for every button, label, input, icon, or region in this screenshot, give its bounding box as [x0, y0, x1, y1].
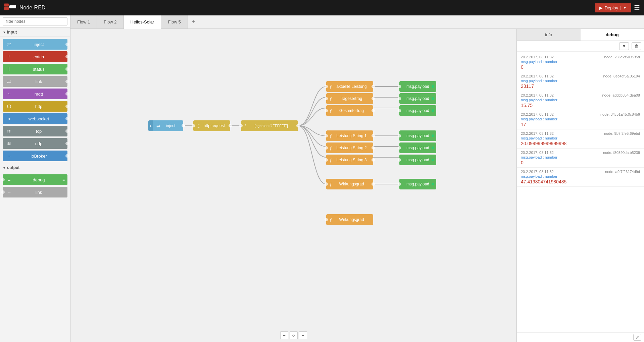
palette-node-catch[interactable]: ! catch: [3, 51, 67, 62]
http-request-node[interactable]: ⬡ http request: [193, 120, 230, 131]
link-icon: ⇄: [6, 78, 12, 84]
palette-node-link-out[interactable]: → link: [3, 187, 67, 197]
palette-node-iobroker[interactable]: → ioBroker: [3, 151, 67, 161]
debug-msg-header-5: 20.2.2017, 08:11:32 node: f80390da.b5239: [521, 151, 640, 155]
dbls3-status: [432, 159, 434, 161]
debug-ls2-node[interactable]: msg.payload ≡: [399, 142, 436, 153]
debug-ge-node[interactable]: msg.payload ≡: [399, 105, 436, 116]
gesamtertrag-node[interactable]: ƒ Gesamtertrag: [326, 105, 373, 116]
rp-expand-button[interactable]: ⤢: [633, 334, 641, 341]
wg2-label: Wirkungsgrad: [333, 217, 370, 222]
palette-node-tcp[interactable]: ≋ tcp: [3, 126, 67, 136]
ls2-label: Leistung String 2: [333, 146, 370, 150]
tab-flow1[interactable]: Flow 1: [70, 15, 97, 28]
tagesertrag-node[interactable]: ƒ Tagesertrag: [326, 93, 373, 104]
function-node[interactable]: ƒ [bgcolor='#FFFFFF']: [241, 120, 298, 131]
inject-icon: ⇄: [6, 41, 12, 47]
rp-tab-debug[interactable]: debug: [581, 29, 644, 41]
fn-icon: ƒ: [244, 124, 246, 128]
ls1-node[interactable]: ƒ Leistung String 1: [326, 130, 373, 141]
dbls3-port-left: [398, 158, 401, 162]
debug-al-node[interactable]: msg.payload ≡: [399, 81, 436, 92]
wirkungsgrad2-node[interactable]: ƒ Wirkungsgrad: [326, 214, 373, 225]
middle-area: ▶ ⇄ inject ⬡ http request: [70, 29, 644, 342]
ge-icon: ƒ: [330, 108, 332, 113]
topbar: Node-RED ▶ Deploy ▼ ☰: [0, 0, 644, 15]
http-port-right: [229, 124, 232, 127]
debug-ls3-node[interactable]: msg.payload ≡: [399, 155, 436, 165]
rp-tab-info[interactable]: info: [517, 29, 581, 41]
debug-te-node[interactable]: msg.payload ≡: [399, 93, 436, 104]
fn-port-left: [239, 124, 243, 127]
tab-add-button[interactable]: +: [188, 15, 200, 28]
tcp-port-right: [65, 129, 69, 133]
palette-node-udp[interactable]: ≋ udp: [3, 138, 67, 149]
deploy-icon: ▶: [599, 5, 603, 10]
debug-list-icon: ≡: [62, 177, 65, 182]
filter-wrap: [0, 15, 70, 28]
websocket-icon: ≈: [6, 116, 12, 122]
canvas-inject-node[interactable]: ⇄ inject: [153, 120, 183, 131]
deploy-button[interactable]: ▶ Deploy ▼: [595, 3, 631, 12]
palette-node-link[interactable]: ⇄ link: [3, 76, 67, 87]
ls3-node[interactable]: ƒ Leistung String 3: [326, 155, 373, 165]
topbar-left: Node-RED: [4, 3, 45, 12]
inject-trigger-btn[interactable]: ▶: [148, 120, 153, 131]
wg1-label: Wirkungsgrad: [333, 182, 370, 186]
palette-node-status[interactable]: ! status: [3, 64, 67, 74]
dbls2-status: [432, 147, 434, 149]
debug-msg-type-4: msg.payload : number: [521, 136, 640, 140]
dbal-status: [432, 85, 434, 88]
inject-flow-icon: ⇄: [156, 123, 160, 128]
menu-button[interactable]: ☰: [634, 4, 640, 12]
inject-btn-icon: ▶: [150, 124, 152, 127]
debug-msg-header-4: 20.2.2017, 08:11:32 node: 9b7f2fe5.69ebd: [521, 131, 640, 135]
palette-node-websocket[interactable]: ≈ websocket: [3, 113, 67, 124]
zoom-out-button[interactable]: −: [280, 331, 288, 339]
inject-flow-port-right: [182, 124, 185, 127]
aktuelle-leistung-node[interactable]: ƒ aktuelle Leistung: [326, 81, 373, 92]
dbwg-status: [432, 183, 434, 185]
output-nodes: ≡ debug ≡ → link: [0, 172, 70, 199]
debug-message-5: 20.2.2017, 08:11:32 node: f80390da.b5239…: [517, 149, 644, 168]
ls3-icon: ƒ: [330, 158, 332, 163]
flow-canvas[interactable]: ▶ ⇄ inject ⬡ http request: [70, 29, 516, 342]
ge-port-right: [371, 109, 375, 112]
palette-node-debug[interactable]: ≡ debug ≡: [3, 174, 67, 185]
wirkungsgrad1-node[interactable]: ƒ Wirkungsgrad: [326, 179, 373, 189]
link-port-right: [65, 80, 69, 83]
debug-filter-button[interactable]: ▼: [619, 42, 629, 50]
palette-node-mqtt[interactable]: ~ mqtt: [3, 89, 67, 99]
tab-flow5[interactable]: Flow 5: [161, 15, 188, 28]
tab-flow2[interactable]: Flow 2: [97, 15, 123, 28]
debug-msg-timestamp-3: 20.2.2017, 08:11:32: [521, 112, 554, 116]
debug-msg-node-5: node: f80390da.b5239: [603, 151, 640, 155]
right-panel: info debug ▼ 🗑 20.2.2017, 08:11:32 node:…: [516, 29, 644, 342]
debug-clear-button[interactable]: 🗑: [632, 42, 641, 50]
palette-node-inject[interactable]: ⇄ inject: [3, 39, 67, 50]
debug-message-1: 20.2.2017, 08:11:32 node: 8ec4df5a.05194…: [517, 72, 644, 91]
al-icon: ƒ: [330, 84, 332, 89]
filter-input[interactable]: [3, 17, 67, 25]
ls2-node[interactable]: ƒ Leistung String 2: [326, 142, 373, 153]
catch-port-right: [65, 55, 69, 58]
debug-msg-node-4: node: 9b7f2fe5.69ebd: [604, 131, 640, 135]
debug-wg-node[interactable]: msg.payload ≡: [399, 179, 436, 189]
zoom-reset-button[interactable]: ○: [290, 331, 298, 339]
tcp-icon: ≋: [6, 128, 12, 134]
tab-helios[interactable]: Helios-Solar: [124, 15, 161, 29]
deploy-caret: ▼: [620, 6, 627, 10]
topbar-right: ▶ Deploy ▼ ☰: [595, 3, 640, 12]
zoom-in-button[interactable]: +: [299, 331, 307, 339]
debug-ls1-node[interactable]: msg.payload ≡: [399, 130, 436, 141]
output-section-header[interactable]: ▾ output: [0, 163, 70, 172]
dbge-status: [432, 109, 434, 112]
te-label: Tagesertrag: [333, 96, 370, 101]
debug-msg-timestamp-6: 20.2.2017, 08:11:32: [521, 170, 554, 174]
status-port-right: [65, 67, 69, 71]
input-section-label: input: [7, 30, 17, 35]
palette-node-http[interactable]: ⬡ http: [3, 101, 67, 112]
debug-msg-value-0: 0: [521, 64, 640, 70]
input-section-header[interactable]: ▾ input: [0, 28, 70, 37]
catch-icon: !: [6, 54, 12, 60]
